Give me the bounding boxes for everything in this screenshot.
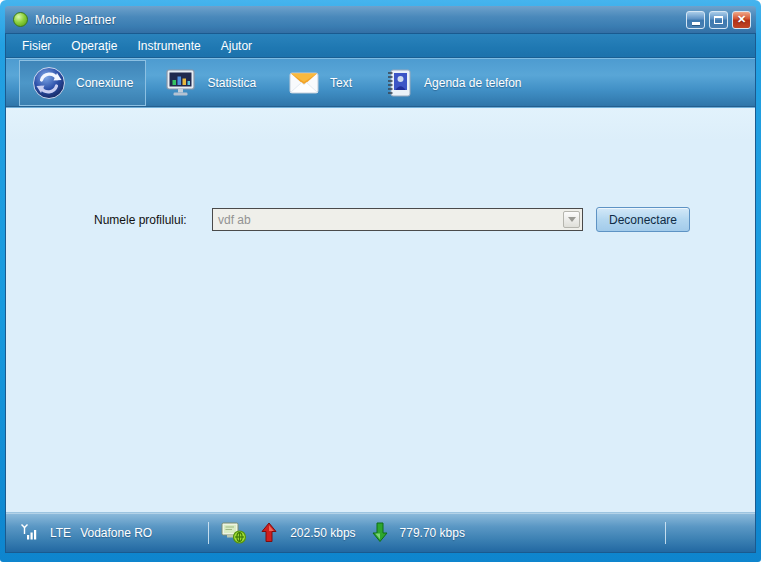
minimize-button[interactable]: [686, 11, 705, 29]
combobox-dropdown-button[interactable]: [563, 211, 580, 228]
network-type-label: LTE: [50, 526, 71, 540]
envelope-icon: [288, 69, 320, 97]
toolbar-connection-label: Conexiune: [76, 76, 133, 90]
chevron-down-icon: [568, 217, 576, 222]
sync-connection-icon: [32, 66, 66, 100]
upload-arrow-icon: [261, 522, 277, 543]
profile-row: Numele profilului: vdf ab Deconectare: [6, 207, 755, 232]
disconnect-button[interactable]: Deconectare: [596, 207, 690, 232]
statistics-monitor-icon: [165, 68, 197, 98]
window-title: Mobile Partner: [35, 13, 116, 27]
phonebook-icon: [384, 68, 414, 98]
toolbar-phonebook-button[interactable]: Agenda de telefon: [371, 60, 534, 106]
profile-name-label: Numele profilului:: [94, 213, 212, 227]
operator-label: Vodafone RO: [80, 526, 152, 540]
toolbar-phonebook-label: Agenda de telefon: [424, 76, 521, 90]
profile-name-combobox[interactable]: vdf ab: [212, 208, 583, 231]
download-speed-label: 779.70 kbps: [400, 526, 465, 540]
maximize-button[interactable]: [709, 11, 728, 29]
window-frame: Mobile Partner ✕ Fisier Operaţie Instrum…: [0, 0, 761, 562]
close-icon: ✕: [737, 14, 746, 25]
toolbar-text-button[interactable]: Text: [275, 60, 365, 106]
signal-strength-icon: [20, 523, 40, 543]
minimize-icon: [692, 22, 700, 25]
window-controls: ✕: [686, 11, 751, 29]
menu-fisier[interactable]: Fisier: [12, 35, 61, 57]
close-button[interactable]: ✕: [732, 11, 751, 29]
download-arrow-icon: [372, 522, 388, 543]
toolbar-statistics-label: Statistica: [207, 76, 256, 90]
app-icon: [13, 12, 28, 27]
toolbar-text-label: Text: [330, 76, 352, 90]
statusbar: LTE Vodafone RO 202.50 kbps: [6, 512, 755, 552]
profile-name-value: vdf ab: [213, 213, 563, 227]
statusbar-separator: [665, 522, 666, 544]
upload-speed-label: 202.50 kbps: [290, 526, 355, 540]
menu-operatie[interactable]: Operaţie: [61, 35, 127, 57]
menu-instrumente[interactable]: Instrumente: [127, 35, 210, 57]
maximize-icon: [714, 16, 723, 24]
statusbar-separator: [208, 522, 209, 544]
toolbar-statistics-button[interactable]: Statistica: [152, 60, 269, 106]
titlebar: Mobile Partner ✕: [5, 6, 756, 33]
menubar: Fisier Operaţie Instrumente Ajutor: [6, 34, 755, 58]
connection-panel: Numele profilului: vdf ab Deconectare: [6, 108, 755, 512]
toolbar: Conexiune Statistica: [6, 58, 755, 108]
menu-ajutor[interactable]: Ajutor: [211, 35, 262, 57]
toolbar-connection-button[interactable]: Conexiune: [19, 60, 146, 106]
network-connected-pc-icon: [221, 521, 247, 545]
window-body: Fisier Operaţie Instrumente Ajutor: [5, 33, 756, 553]
